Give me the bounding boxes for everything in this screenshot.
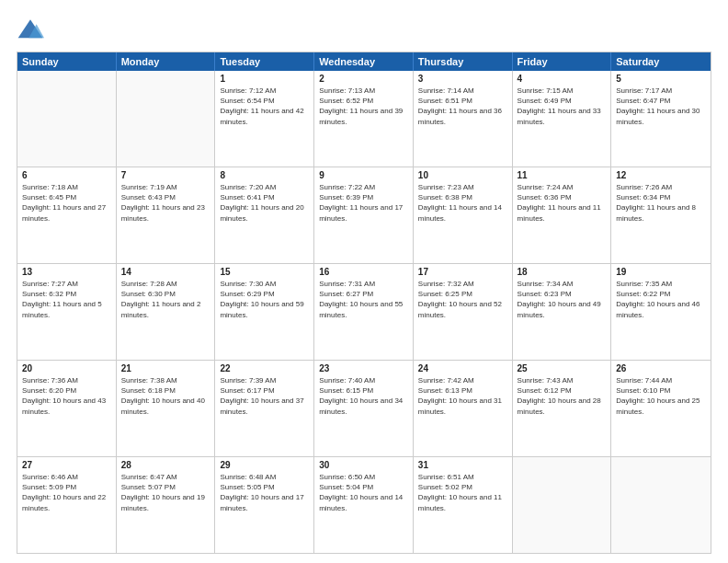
day-22: 22Sunrise: 7:39 AM Sunset: 6:17 PM Dayli…: [215, 361, 314, 456]
day-info: Sunrise: 7:20 AM Sunset: 6:41 PM Dayligh…: [220, 182, 309, 224]
day-9: 9Sunrise: 7:22 AM Sunset: 6:39 PM Daylig…: [314, 167, 414, 263]
day-info: Sunrise: 7:28 AM Sunset: 6:30 PM Dayligh…: [121, 279, 210, 320]
day-info: Sunrise: 6:50 AM Sunset: 5:04 PM Dayligh…: [319, 472, 408, 513]
day-info: Sunrise: 7:26 AM Sunset: 6:34 PM Dayligh…: [616, 182, 706, 224]
day-25: 25Sunrise: 7:43 AM Sunset: 6:12 PM Dayli…: [513, 361, 612, 456]
day-12: 12Sunrise: 7:26 AM Sunset: 6:34 PM Dayli…: [611, 167, 711, 263]
day-number: 14: [121, 267, 210, 277]
day-1: 1Sunrise: 7:12 AM Sunset: 6:54 PM Daylig…: [215, 71, 314, 167]
day-info: Sunrise: 7:14 AM Sunset: 6:51 PM Dayligh…: [418, 86, 507, 127]
day-number: 10: [418, 170, 507, 180]
day-number: 6: [22, 170, 111, 180]
day-number: 16: [319, 267, 408, 277]
header: [17, 17, 711, 44]
calendar-week-1: 1Sunrise: 7:12 AM Sunset: 6:54 PM Daylig…: [17, 71, 711, 167]
day-31: 31Sunrise: 6:51 AM Sunset: 5:02 PM Dayli…: [414, 457, 513, 553]
day-info: Sunrise: 7:13 AM Sunset: 6:52 PM Dayligh…: [319, 86, 408, 127]
day-info: Sunrise: 7:38 AM Sunset: 6:18 PM Dayligh…: [121, 375, 210, 417]
day-number: 18: [518, 267, 607, 277]
day-number: 24: [418, 363, 507, 373]
day-number: 22: [220, 363, 309, 373]
day-info: Sunrise: 7:18 AM Sunset: 6:45 PM Dayligh…: [22, 182, 111, 224]
day-number: 19: [616, 267, 706, 277]
day-30: 30Sunrise: 6:50 AM Sunset: 5:04 PM Dayli…: [314, 457, 414, 553]
day-info: Sunrise: 7:34 AM Sunset: 6:23 PM Dayligh…: [518, 279, 607, 320]
day-number: 17: [418, 267, 507, 277]
day-number: 12: [616, 170, 706, 180]
header-day-saturday: Saturday: [611, 52, 711, 71]
day-20: 20Sunrise: 7:36 AM Sunset: 6:20 PM Dayli…: [17, 361, 117, 456]
day-number: 31: [418, 460, 507, 470]
day-info: Sunrise: 7:32 AM Sunset: 6:25 PM Dayligh…: [418, 279, 507, 320]
day-number: 3: [418, 74, 507, 84]
day-3: 3Sunrise: 7:14 AM Sunset: 6:51 PM Daylig…: [414, 71, 513, 167]
day-info: Sunrise: 7:36 AM Sunset: 6:20 PM Dayligh…: [22, 375, 111, 417]
empty-cell: [117, 71, 216, 167]
day-info: Sunrise: 7:42 AM Sunset: 6:13 PM Dayligh…: [418, 375, 507, 417]
empty-cell: [611, 457, 711, 553]
day-number: 15: [220, 267, 309, 277]
day-info: Sunrise: 6:47 AM Sunset: 5:07 PM Dayligh…: [121, 472, 210, 513]
day-27: 27Sunrise: 6:46 AM Sunset: 5:09 PM Dayli…: [17, 457, 117, 553]
page: SundayMondayTuesdayWednesdayThursdayFrid…: [0, 0, 728, 563]
logo: [17, 17, 48, 44]
day-number: 1: [220, 74, 309, 84]
day-23: 23Sunrise: 7:40 AM Sunset: 6:15 PM Dayli…: [314, 361, 414, 456]
day-7: 7Sunrise: 7:19 AM Sunset: 6:43 PM Daylig…: [117, 167, 216, 263]
calendar-week-4: 20Sunrise: 7:36 AM Sunset: 6:20 PM Dayli…: [17, 360, 711, 456]
header-day-thursday: Thursday: [414, 52, 513, 71]
day-number: 9: [319, 170, 408, 180]
empty-cell: [513, 457, 612, 553]
day-number: 21: [121, 363, 210, 373]
day-info: Sunrise: 7:24 AM Sunset: 6:36 PM Dayligh…: [518, 182, 607, 224]
day-11: 11Sunrise: 7:24 AM Sunset: 6:36 PM Dayli…: [513, 167, 612, 263]
day-info: Sunrise: 6:46 AM Sunset: 5:09 PM Dayligh…: [22, 472, 111, 513]
day-info: Sunrise: 7:31 AM Sunset: 6:27 PM Dayligh…: [319, 279, 408, 320]
calendar-body: 1Sunrise: 7:12 AM Sunset: 6:54 PM Daylig…: [17, 71, 711, 553]
day-number: 11: [518, 170, 607, 180]
day-4: 4Sunrise: 7:15 AM Sunset: 6:49 PM Daylig…: [513, 71, 612, 167]
day-number: 7: [121, 170, 210, 180]
day-8: 8Sunrise: 7:20 AM Sunset: 6:41 PM Daylig…: [215, 167, 314, 263]
calendar-week-2: 6Sunrise: 7:18 AM Sunset: 6:45 PM Daylig…: [17, 167, 711, 263]
day-info: Sunrise: 7:23 AM Sunset: 6:38 PM Dayligh…: [418, 182, 507, 224]
day-5: 5Sunrise: 7:17 AM Sunset: 6:47 PM Daylig…: [611, 71, 711, 167]
day-number: 30: [319, 460, 408, 470]
day-info: Sunrise: 7:39 AM Sunset: 6:17 PM Dayligh…: [220, 375, 309, 417]
day-10: 10Sunrise: 7:23 AM Sunset: 6:38 PM Dayli…: [414, 167, 513, 263]
day-number: 29: [220, 460, 309, 470]
day-info: Sunrise: 7:35 AM Sunset: 6:22 PM Dayligh…: [616, 279, 706, 320]
day-number: 25: [518, 363, 607, 373]
day-info: Sunrise: 7:44 AM Sunset: 6:10 PM Dayligh…: [616, 375, 706, 417]
day-6: 6Sunrise: 7:18 AM Sunset: 6:45 PM Daylig…: [17, 167, 117, 263]
day-14: 14Sunrise: 7:28 AM Sunset: 6:30 PM Dayli…: [117, 264, 216, 360]
day-info: Sunrise: 6:51 AM Sunset: 5:02 PM Dayligh…: [418, 472, 507, 513]
header-day-monday: Monday: [117, 52, 216, 71]
day-info: Sunrise: 7:15 AM Sunset: 6:49 PM Dayligh…: [518, 86, 607, 127]
day-number: 27: [22, 460, 111, 470]
day-16: 16Sunrise: 7:31 AM Sunset: 6:27 PM Dayli…: [314, 264, 414, 360]
day-info: Sunrise: 6:48 AM Sunset: 5:05 PM Dayligh…: [220, 472, 309, 513]
calendar-header: SundayMondayTuesdayWednesdayThursdayFrid…: [17, 52, 711, 71]
day-info: Sunrise: 7:27 AM Sunset: 6:32 PM Dayligh…: [22, 279, 111, 320]
day-17: 17Sunrise: 7:32 AM Sunset: 6:25 PM Dayli…: [414, 264, 513, 360]
day-info: Sunrise: 7:17 AM Sunset: 6:47 PM Dayligh…: [616, 86, 706, 127]
day-2: 2Sunrise: 7:13 AM Sunset: 6:52 PM Daylig…: [314, 71, 414, 167]
logo-icon: [17, 17, 44, 44]
day-24: 24Sunrise: 7:42 AM Sunset: 6:13 PM Dayli…: [414, 361, 513, 456]
day-number: 4: [518, 74, 607, 84]
header-day-tuesday: Tuesday: [215, 52, 314, 71]
day-29: 29Sunrise: 6:48 AM Sunset: 5:05 PM Dayli…: [215, 457, 314, 553]
day-info: Sunrise: 7:40 AM Sunset: 6:15 PM Dayligh…: [319, 375, 408, 417]
day-number: 23: [319, 363, 408, 373]
day-info: Sunrise: 7:22 AM Sunset: 6:39 PM Dayligh…: [319, 182, 408, 224]
day-21: 21Sunrise: 7:38 AM Sunset: 6:18 PM Dayli…: [117, 361, 216, 456]
day-18: 18Sunrise: 7:34 AM Sunset: 6:23 PM Dayli…: [513, 264, 612, 360]
day-number: 28: [121, 460, 210, 470]
day-info: Sunrise: 7:43 AM Sunset: 6:12 PM Dayligh…: [518, 375, 607, 417]
day-info: Sunrise: 7:19 AM Sunset: 6:43 PM Dayligh…: [121, 182, 210, 224]
day-number: 26: [616, 363, 706, 373]
day-number: 8: [220, 170, 309, 180]
header-day-wednesday: Wednesday: [314, 52, 414, 71]
header-day-sunday: Sunday: [17, 52, 117, 71]
